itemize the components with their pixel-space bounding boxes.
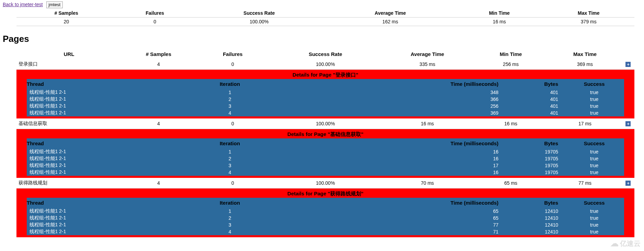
page-row: 基础信息获取40100.00%16 ms16 ms17 ms+ — [16, 118, 634, 129]
details-row: 线程组-性能1 2-116512410true — [27, 208, 624, 215]
cell-time: 65 — [289, 208, 504, 215]
details-row: 线程组-性能1 2-121619705true — [27, 155, 624, 162]
page-samples: 4 — [121, 59, 195, 70]
details-row: 线程组-性能1 2-11348401true — [27, 89, 624, 96]
cell-iter: 3 — [170, 162, 289, 169]
cell-iter: 4 — [170, 110, 289, 116]
page-failures: 0 — [196, 178, 270, 189]
cell-thread: 线程组-性能1 2-1 — [27, 169, 170, 176]
pages-heading: Pages — [3, 34, 641, 44]
page-max: 369 ms — [548, 59, 622, 70]
expand-icon[interactable]: + — [625, 62, 631, 67]
cell-bytes: 19705 — [505, 169, 564, 176]
page-avg: 16 ms — [381, 118, 474, 129]
summary-h-max: Max Time — [543, 9, 634, 18]
page-row: 登录接口40100.00%335 ms256 ms369 ms+ — [16, 59, 634, 70]
cell-thread: 线程组-性能1 2-1 — [27, 148, 170, 155]
details-row: 线程组-性能1 2-111619705true — [27, 148, 624, 155]
summary-row: 20 0 100.00% 162 ms 16 ms 379 ms — [16, 18, 634, 26]
details-row: 线程组-性能1 2-137712410true — [27, 221, 624, 228]
cell-bytes: 19705 — [505, 162, 564, 169]
pages-h-min: Min Time — [474, 49, 548, 59]
page-max: 77 ms — [548, 178, 622, 189]
expand-icon[interactable]: + — [625, 181, 631, 186]
expand-icon[interactable]: + — [625, 121, 631, 126]
page-failures: 0 — [196, 59, 270, 70]
inner-h-iter: Iteration — [170, 138, 289, 148]
cell-thread: 线程组-性能1 2-1 — [27, 96, 170, 103]
cell-thread: 线程组-性能1 2-1 — [27, 162, 170, 169]
cell-time: 77 — [289, 221, 504, 228]
inner-h-success: Success — [564, 198, 624, 208]
cell-success: true — [564, 155, 624, 162]
cell-bytes: 12410 — [505, 221, 564, 228]
details-table: ThreadIterationTime (milliseconds)BytesS… — [27, 198, 624, 235]
cell-bytes: 12410 — [505, 215, 564, 221]
inner-h-bytes: Bytes — [505, 138, 564, 148]
details-table: ThreadIterationTime (milliseconds)BytesS… — [27, 138, 624, 176]
cell-thread: 线程组-性能1 2-1 — [27, 208, 170, 215]
cell-success: true — [564, 110, 624, 116]
cell-iter: 2 — [170, 155, 289, 162]
page-failures: 0 — [196, 118, 270, 129]
cell-thread: 线程组-性能1 2-1 — [27, 89, 170, 96]
inner-h-success: Success — [564, 79, 624, 89]
page-min: 65 ms — [474, 178, 548, 189]
page-rate: 100.00% — [270, 59, 381, 70]
page-details-row: Details for Page "基础信息获取"ThreadIteration… — [16, 129, 634, 178]
cell-time: 71 — [289, 228, 504, 235]
page-details-row: Details for Page "获得路线规划"ThreadIteration… — [16, 189, 634, 238]
details-row: 线程组-性能1 2-141619705true — [27, 169, 624, 176]
cell-time: 16 — [289, 169, 504, 176]
pages-h-avg: Average Time — [381, 49, 474, 59]
cell-bytes: 19705 — [505, 148, 564, 155]
cell-thread: 线程组-性能1 2-1 — [27, 228, 170, 235]
summary-rate: 100.00% — [193, 18, 324, 26]
page-max: 17 ms — [548, 118, 622, 129]
cell-success: true — [564, 103, 624, 110]
cell-time: 256 — [289, 103, 504, 110]
tab-jmtest[interactable]: jmtest — [46, 1, 63, 8]
cell-bytes: 12410 — [505, 208, 564, 215]
cell-thread: 线程组-性能1 2-1 — [27, 155, 170, 162]
summary-h-min: Min Time — [456, 9, 543, 18]
page-avg: 70 ms — [381, 178, 474, 189]
summary-h-avg: Average Time — [325, 9, 456, 18]
page-url: 登录接口 — [16, 59, 121, 70]
page-row: 获得路线规划40100.00%70 ms65 ms77 ms+ — [16, 178, 634, 189]
inner-h-iter: Iteration — [170, 198, 289, 208]
cell-time: 17 — [289, 162, 504, 169]
page-avg: 335 ms — [381, 59, 474, 70]
page-samples: 4 — [121, 178, 195, 189]
cell-thread: 线程组-性能1 2-1 — [27, 110, 170, 116]
cell-iter: 1 — [170, 208, 289, 215]
cell-thread: 线程组-性能1 2-1 — [27, 215, 170, 221]
inner-h-iter: Iteration — [170, 79, 289, 89]
cell-iter: 4 — [170, 169, 289, 176]
details-row: 线程组-性能1 2-131719705true — [27, 162, 624, 169]
inner-h-thread: Thread — [27, 198, 170, 208]
cell-iter: 4 — [170, 228, 289, 235]
cell-thread: 线程组-性能1 2-1 — [27, 221, 170, 228]
details-row: 线程组-性能1 2-147112410true — [27, 228, 624, 235]
details-row: 线程组-性能1 2-13256401true — [27, 103, 624, 110]
cell-iter: 2 — [170, 96, 289, 103]
details-title: Details for Page "基础信息获取" — [27, 131, 624, 138]
cell-success: true — [564, 89, 624, 96]
inner-h-time: Time (milliseconds) — [289, 138, 504, 148]
summary-h-failures: Failures — [116, 9, 194, 18]
pages-table: URL # Samples Failures Success Rate Aver… — [16, 49, 634, 237]
cell-time: 65 — [289, 215, 504, 221]
back-link[interactable]: Back to jmeter-test — [3, 2, 43, 7]
cell-bytes: 401 — [505, 96, 564, 103]
page-min: 256 ms — [474, 59, 548, 70]
summary-table: # Samples Failures Success Rate Average … — [16, 9, 634, 26]
inner-h-bytes: Bytes — [505, 79, 564, 89]
cell-bytes: 401 — [505, 89, 564, 96]
cell-bytes: 401 — [505, 103, 564, 110]
page-min: 16 ms — [474, 118, 548, 129]
pages-h-rate: Success Rate — [270, 49, 381, 59]
page-rate: 100.00% — [270, 118, 381, 129]
cell-success: true — [564, 228, 624, 235]
cell-success: true — [564, 169, 624, 176]
